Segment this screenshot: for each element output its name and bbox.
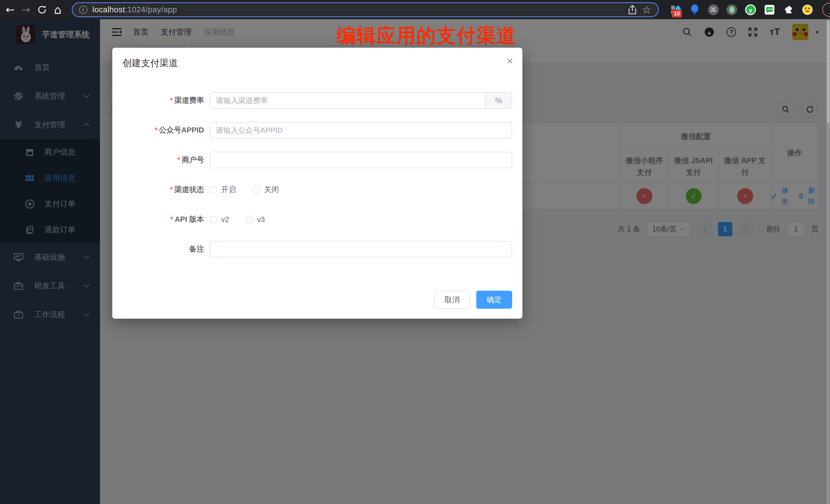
merchant-input[interactable] <box>210 152 512 168</box>
dialog-title: 创建支付渠道 <box>123 57 178 69</box>
required-asterisk: * <box>178 156 180 164</box>
appid-input[interactable] <box>210 122 512 138</box>
remark-input[interactable] <box>210 241 512 257</box>
dialog-close-icon[interactable]: × <box>507 55 513 67</box>
scrollbar-thumb[interactable] <box>827 21 829 123</box>
radio-status-off[interactable]: 关闭 <box>253 185 279 195</box>
url-text: localhost:1024/pay/app <box>93 5 177 14</box>
required-asterisk: * <box>170 185 173 194</box>
bookmark-star-icon[interactable]: ☆ <box>642 4 651 15</box>
annotation-text: 编辑应用的支付渠道 <box>336 23 516 49</box>
rate-label: 渠道费率 <box>174 96 204 104</box>
percent-suffix: % <box>485 92 512 109</box>
screen: ← → ⌂ i localhost:1024/pay/app ☆ 10 ⌘ <box>0 0 830 504</box>
radio-api-v3[interactable]: v3 <box>246 215 265 224</box>
radio-circle <box>210 186 217 194</box>
browser-forward-icon[interactable]: → <box>21 4 30 15</box>
form-row-status: *渠道状态 开启 关闭 <box>123 182 512 198</box>
radio-api-v2[interactable]: v2 <box>210 215 229 224</box>
browser-home-icon[interactable]: ⌂ <box>54 4 61 15</box>
required-asterisk: * <box>155 126 157 134</box>
remark-label: 备注 <box>189 245 204 253</box>
share-icon[interactable] <box>628 5 637 15</box>
extension-y-icon[interactable]: y <box>745 4 756 15</box>
browser-back-icon[interactable]: ← <box>6 4 14 15</box>
radio-circle <box>253 186 260 194</box>
radio-circle <box>210 216 217 223</box>
url-bar[interactable]: i localhost:1024/pay/app ☆ <box>72 2 659 17</box>
radio-circle <box>246 216 253 223</box>
extension-emoji-icon[interactable] <box>802 4 813 15</box>
svg-text:y: y <box>749 6 752 13</box>
extension-command-icon[interactable]: ⌘ <box>708 4 719 15</box>
dialog-footer: 取消 确定 <box>434 291 512 309</box>
rate-input[interactable] <box>210 92 485 109</box>
confirm-button[interactable]: 确定 <box>476 291 512 309</box>
appid-label: 公众号APPID <box>159 126 204 134</box>
form-row-appid: *公众号APPID <box>123 122 512 138</box>
extension-balloon-icon[interactable] <box>689 4 700 15</box>
status-label: 渠道状态 <box>174 185 204 194</box>
extensions-row: 10 ⌘ y <box>670 4 813 15</box>
browser-chrome: ← → ⌂ i localhost:1024/pay/app ☆ 10 ⌘ <box>0 0 830 19</box>
create-channel-dialog: 创建支付渠道 × *渠道费率 % *公众号APPID <box>112 48 522 319</box>
extension-puzzle-icon[interactable] <box>783 4 794 15</box>
cancel-button[interactable]: 取消 <box>434 291 470 309</box>
page-scrollbar[interactable] <box>826 19 830 504</box>
required-asterisk: * <box>170 96 173 104</box>
browser-reload-icon[interactable] <box>37 5 47 15</box>
app-root: 芋道管理系统 首页 系统管理 <box>0 19 830 504</box>
extension-badge: 10 <box>672 10 682 18</box>
site-info-icon[interactable]: i <box>79 6 87 14</box>
extension-devtools-icon[interactable]: 10 <box>670 4 681 15</box>
form-row-api: *API 版本 v2 v3 <box>123 211 512 228</box>
merchant-label: 商户号 <box>182 156 204 164</box>
form-row-merchant: *商户号 <box>123 152 512 168</box>
extension-chat-icon[interactable] <box>764 4 775 15</box>
browser-update-button[interactable]: 更新 <box>822 3 830 17</box>
form-row-rate: *渠道费率 % <box>123 92 512 109</box>
dialog-form: *渠道费率 % *公众号APPID *商户号 <box>123 92 512 271</box>
required-asterisk: * <box>170 215 173 223</box>
form-row-remark: 备注 <box>123 241 512 257</box>
extension-green-dot-icon[interactable] <box>727 4 737 15</box>
radio-status-on[interactable]: 开启 <box>210 185 236 195</box>
api-label: API 版本 <box>175 215 204 223</box>
